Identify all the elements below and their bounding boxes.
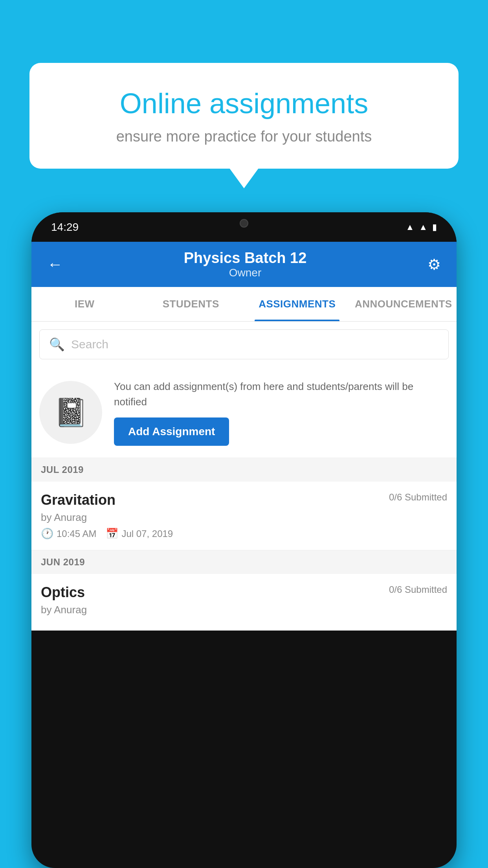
assignment-top-optics: Optics 0/6 Submitted bbox=[41, 584, 447, 601]
phone-frame: 14:29 ▲ ▲ ▮ ← Physics Batch 12 Owner ⚙ I… bbox=[31, 212, 457, 868]
assignment-date-value: Jul 07, 2019 bbox=[121, 528, 173, 539]
calendar-icon: 📅 bbox=[106, 528, 118, 540]
assignment-title-optics: Optics bbox=[41, 584, 85, 601]
app-header: ← Physics Batch 12 Owner ⚙ bbox=[31, 242, 457, 287]
tab-overview[interactable]: IEW bbox=[31, 287, 138, 321]
assignment-item-gravitation[interactable]: Gravitation 0/6 Submitted by Anurag 🕐 10… bbox=[31, 482, 457, 550]
tabs-bar: IEW STUDENTS ASSIGNMENTS ANNOUNCEMENTS bbox=[31, 287, 457, 322]
header-title: Physics Batch 12 bbox=[184, 250, 307, 267]
empty-state-content: You can add assignment(s) from here and … bbox=[114, 379, 449, 446]
signal-icon: ▲ bbox=[419, 222, 427, 232]
screen-content: 🔍 Search 📓 You can add assignment(s) fro… bbox=[31, 322, 457, 631]
notebook-icon: 📓 bbox=[54, 396, 88, 428]
tab-assignments[interactable]: ASSIGNMENTS bbox=[244, 287, 350, 321]
phone-camera bbox=[240, 219, 248, 228]
speech-bubble-wrapper: Online assignments ensure more practice … bbox=[29, 63, 459, 169]
assignment-author-optics: by Anurag bbox=[41, 604, 447, 616]
status-time: 14:29 bbox=[51, 221, 79, 234]
search-bar[interactable]: 🔍 Search bbox=[39, 329, 449, 359]
clock-icon: 🕐 bbox=[41, 528, 53, 540]
section-header-jun: JUN 2019 bbox=[31, 550, 457, 574]
status-icons: ▲ ▲ ▮ bbox=[405, 222, 437, 232]
assignment-submitted-gravitation: 0/6 Submitted bbox=[389, 492, 447, 503]
assignment-top: Gravitation 0/6 Submitted bbox=[41, 492, 447, 508]
header-title-section: Physics Batch 12 Owner bbox=[184, 250, 307, 279]
empty-state-icon: 📓 bbox=[39, 381, 102, 444]
assignment-meta-gravitation: 🕐 10:45 AM 📅 Jul 07, 2019 bbox=[41, 528, 447, 540]
settings-icon[interactable]: ⚙ bbox=[427, 256, 441, 273]
assignment-date-gravitation: 📅 Jul 07, 2019 bbox=[106, 528, 173, 540]
section-header-jul: JUL 2019 bbox=[31, 458, 457, 482]
speech-bubble-subtitle: ensure more practice for your students bbox=[61, 128, 427, 145]
speech-bubble: Online assignments ensure more practice … bbox=[29, 63, 459, 169]
search-icon: 🔍 bbox=[49, 337, 65, 352]
battery-icon: ▮ bbox=[432, 222, 437, 232]
empty-state-text: You can add assignment(s) from here and … bbox=[114, 379, 449, 410]
tab-students[interactable]: STUDENTS bbox=[138, 287, 244, 321]
assignment-time-value: 10:45 AM bbox=[57, 528, 96, 539]
back-button[interactable]: ← bbox=[47, 256, 63, 273]
speech-bubble-title: Online assignments bbox=[61, 86, 427, 120]
status-bar: 14:29 ▲ ▲ ▮ bbox=[31, 212, 457, 242]
search-placeholder: Search bbox=[71, 338, 108, 351]
assignment-title-gravitation: Gravitation bbox=[41, 492, 116, 508]
assignment-time-gravitation: 🕐 10:45 AM bbox=[41, 528, 96, 540]
wifi-icon: ▲ bbox=[405, 222, 414, 232]
add-assignment-button[interactable]: Add Assignment bbox=[114, 417, 229, 446]
header-subtitle: Owner bbox=[184, 267, 307, 279]
assignment-submitted-optics: 0/6 Submitted bbox=[389, 584, 447, 595]
assignment-item-optics[interactable]: Optics 0/6 Submitted by Anurag bbox=[31, 574, 457, 631]
tab-announcements[interactable]: ANNOUNCEMENTS bbox=[350, 287, 457, 321]
phone-notch bbox=[209, 212, 279, 234]
assignment-author-gravitation: by Anurag bbox=[41, 511, 447, 524]
empty-state: 📓 You can add assignment(s) from here an… bbox=[31, 367, 457, 458]
